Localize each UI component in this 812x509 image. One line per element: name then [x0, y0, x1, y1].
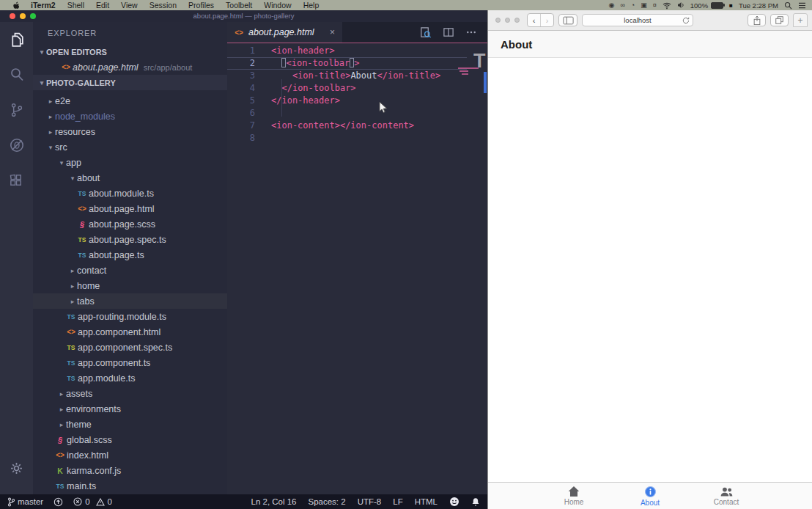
editor-tabstrip: <> about.page.html × — [227, 22, 487, 43]
volume-icon[interactable] — [677, 1, 684, 9]
code-line-2: 2 <ion-toolbar> — [227, 57, 467, 70]
tab-about-page-html[interactable]: <> about.page.html × — [227, 22, 342, 43]
tree-item-node-modules[interactable]: ▸node_modules — [33, 109, 227, 124]
tab-home[interactable]: Home — [543, 483, 605, 509]
tree-item-index-html[interactable]: <>index.html — [33, 447, 227, 463]
display-icon[interactable]: ▣ — [641, 1, 647, 9]
indentation-setting[interactable]: Spaces: 2 — [309, 497, 346, 506]
feedback-smiley-icon[interactable] — [449, 497, 459, 507]
encoding-setting[interactable]: UTF-8 — [358, 497, 382, 506]
activity-source-control-icon[interactable] — [0, 92, 33, 128]
apple-menu[interactable] — [6, 1, 25, 10]
line-number: 8 — [227, 132, 255, 144]
tree-item-app-module-ts[interactable]: TSapp.module.ts — [33, 370, 227, 386]
notification-center-icon[interactable] — [798, 2, 806, 9]
activity-extensions-icon[interactable] — [0, 163, 33, 198]
more-actions-icon[interactable] — [465, 26, 477, 38]
tree-item-app[interactable]: ▾app — [33, 155, 227, 170]
tree-item-theme[interactable]: ▸theme — [33, 417, 227, 432]
open-editor-item[interactable]: <> about.page.html src/app/about — [33, 59, 227, 75]
open-editors-section[interactable]: ▾ OPEN EDITORS — [33, 44, 227, 59]
tree-item-assets[interactable]: ▸assets — [33, 386, 227, 401]
tree-item-about-module-ts[interactable]: TSabout.module.ts — [33, 186, 227, 201]
language-mode[interactable]: HTML — [415, 497, 438, 506]
tree-item-global-scss[interactable]: §global.scss — [33, 432, 227, 447]
new-tab-button[interactable]: + — [793, 13, 808, 27]
git-branch-indicator[interactable]: master — [7, 497, 43, 507]
tree-item-about-page-html[interactable]: <>about.page.html — [33, 201, 227, 216]
menu-profiles[interactable]: Profiles — [182, 1, 220, 10]
menubar-clock[interactable]: Tue 2:28 PM — [739, 1, 778, 10]
menu-help[interactable]: Help — [298, 1, 325, 10]
problems-indicator[interactable]: 0 0 — [73, 497, 112, 506]
tree-item-karma-conf-js[interactable]: Kkarma.conf.js — [33, 463, 227, 478]
tree-item-app-component-html[interactable]: <>app.component.html — [33, 324, 227, 340]
back-button[interactable]: ‹ — [528, 14, 540, 26]
time-pie-icon[interactable]: ◔ — [631, 1, 635, 9]
battery-indicator[interactable]: 100% — [690, 1, 723, 10]
spectacles-icon[interactable]: ∞ — [620, 1, 624, 9]
tree-item-environments[interactable]: ▸environments — [33, 401, 227, 417]
eol-setting[interactable]: LF — [393, 497, 402, 506]
zoom-window-button[interactable] — [514, 18, 520, 23]
git-branch-icon — [7, 497, 15, 507]
tree-item-tabs[interactable]: ▸tabs — [33, 293, 227, 309]
menu-extra-icon[interactable]: ■ — [729, 2, 733, 9]
wifi-icon[interactable] — [662, 1, 671, 10]
menu-window[interactable]: Window — [258, 1, 297, 10]
menubar-status-glyphs: ◉∞◔▣¤ — [609, 1, 657, 9]
split-editor-icon[interactable] — [443, 26, 454, 38]
close-tab-icon[interactable]: × — [330, 27, 335, 37]
tree-item-label: src — [55, 142, 67, 153]
vscode-titlebar[interactable]: about.page.html — photo-gallery — [0, 10, 487, 22]
tree-item-src[interactable]: ▾src — [33, 139, 227, 155]
address-bar[interactable]: localhost — [582, 14, 693, 26]
tree-item-about-page-scss[interactable]: §about.page.scss — [33, 216, 227, 232]
tree-item-contact[interactable]: ▸contact — [33, 263, 227, 278]
scrollbar-thumb[interactable] — [484, 72, 487, 93]
project-section-header[interactable]: ▾ PHOTO-GALLERY — [33, 75, 227, 90]
activity-debug-icon[interactable] — [0, 128, 33, 163]
activity-search-icon[interactable] — [0, 57, 33, 92]
tree-item-about-page-spec-ts[interactable]: TSabout.page.spec.ts — [33, 232, 227, 247]
activity-explorer-icon[interactable] — [0, 22, 33, 57]
screen-record-icon[interactable]: ◉ — [609, 1, 615, 9]
code-editor[interactable]: 1<ion-header>2 <ion-toolbar>3 <ion-title… — [227, 43, 487, 494]
dongle-icon[interactable]: ¤ — [653, 1, 657, 9]
sidebar-toggle-button[interactable] — [558, 14, 577, 26]
reload-icon[interactable] — [682, 17, 690, 24]
tree-item-resources[interactable]: ▸resources — [33, 124, 227, 139]
sync-indicator[interactable] — [53, 497, 63, 507]
tab-contact[interactable]: Contact — [695, 483, 757, 509]
tree-item-e2e[interactable]: ▸e2e — [33, 93, 227, 109]
share-button[interactable] — [748, 14, 766, 26]
menu-view[interactable]: View — [115, 1, 144, 10]
tree-item-main-ts[interactable]: TSmain.ts — [33, 478, 227, 494]
close-window-button[interactable] — [495, 18, 501, 23]
spotlight-icon[interactable] — [784, 1, 792, 10]
tab-label: About — [641, 499, 660, 507]
gear-icon[interactable] — [0, 450, 33, 486]
forward-button[interactable]: › — [540, 14, 553, 26]
menu-session[interactable]: Session — [144, 1, 182, 10]
tree-item-about-page-ts[interactable]: TSabout.page.ts — [33, 247, 227, 263]
tree-item-app-routing-module-ts[interactable]: TSapp-routing.module.ts — [33, 309, 227, 324]
minimize-window-button[interactable] — [505, 18, 510, 23]
tab-about[interactable]: About — [619, 483, 681, 509]
menu-shell[interactable]: Shell — [62, 1, 90, 10]
notifications-bell-icon[interactable] — [471, 497, 480, 507]
tree-item-home[interactable]: ▸home — [33, 278, 227, 293]
open-preview-icon[interactable] — [419, 26, 432, 39]
page-title-text: About — [501, 38, 532, 51]
ionic-tab-bar: HomeAboutContact — [488, 482, 812, 509]
menu-iterm2[interactable]: iTerm2 — [25, 1, 62, 10]
ts-file-icon: TS — [64, 313, 78, 321]
tree-item-app-component-spec-ts[interactable]: TSapp.component.spec.ts — [33, 340, 227, 355]
tab-overview-button[interactable] — [770, 14, 789, 26]
menu-edit[interactable]: Edit — [90, 1, 115, 10]
menu-toolbelt[interactable]: Toolbelt — [220, 1, 258, 10]
tree-item-app-component-ts[interactable]: TSapp.component.ts — [33, 355, 227, 370]
file-tree: ▸e2e▸node_modules▸resources▾src▾app▾abou… — [33, 90, 227, 494]
tree-item-about[interactable]: ▾about — [33, 170, 227, 186]
cursor-position[interactable]: Ln 2, Col 16 — [251, 497, 297, 506]
